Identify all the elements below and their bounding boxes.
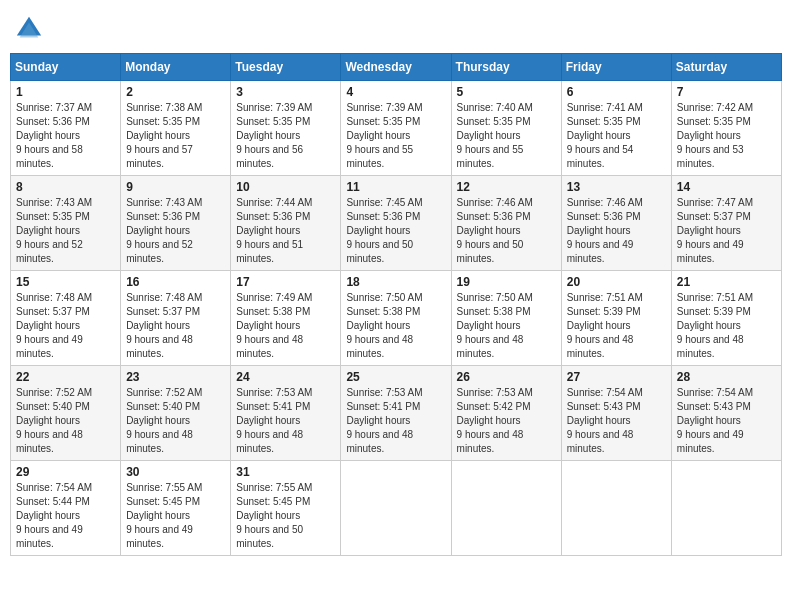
day-info: Sunrise: 7:54 AMSunset: 5:43 PMDaylight …	[677, 386, 776, 456]
calendar-cell: 23Sunrise: 7:52 AMSunset: 5:40 PMDayligh…	[121, 366, 231, 461]
calendar-cell: 19Sunrise: 7:50 AMSunset: 5:38 PMDayligh…	[451, 271, 561, 366]
calendar-table: SundayMondayTuesdayWednesdayThursdayFrid…	[10, 53, 782, 556]
day-info: Sunrise: 7:46 AMSunset: 5:36 PMDaylight …	[567, 196, 666, 266]
calendar-cell: 11Sunrise: 7:45 AMSunset: 5:36 PMDayligh…	[341, 176, 451, 271]
calendar-cell	[341, 461, 451, 556]
day-number: 6	[567, 85, 666, 99]
day-info: Sunrise: 7:55 AMSunset: 5:45 PMDaylight …	[126, 481, 225, 551]
day-number: 20	[567, 275, 666, 289]
day-info: Sunrise: 7:50 AMSunset: 5:38 PMDaylight …	[457, 291, 556, 361]
header-friday: Friday	[561, 54, 671, 81]
day-info: Sunrise: 7:43 AMSunset: 5:36 PMDaylight …	[126, 196, 225, 266]
calendar-cell: 3Sunrise: 7:39 AMSunset: 5:35 PMDaylight…	[231, 81, 341, 176]
day-info: Sunrise: 7:51 AMSunset: 5:39 PMDaylight …	[677, 291, 776, 361]
calendar-cell: 1Sunrise: 7:37 AMSunset: 5:36 PMDaylight…	[11, 81, 121, 176]
header-saturday: Saturday	[671, 54, 781, 81]
day-number: 12	[457, 180, 556, 194]
calendar-cell: 14Sunrise: 7:47 AMSunset: 5:37 PMDayligh…	[671, 176, 781, 271]
day-number: 18	[346, 275, 445, 289]
day-info: Sunrise: 7:42 AMSunset: 5:35 PMDaylight …	[677, 101, 776, 171]
day-info: Sunrise: 7:55 AMSunset: 5:45 PMDaylight …	[236, 481, 335, 551]
header-thursday: Thursday	[451, 54, 561, 81]
calendar-cell: 6Sunrise: 7:41 AMSunset: 5:35 PMDaylight…	[561, 81, 671, 176]
day-info: Sunrise: 7:39 AMSunset: 5:35 PMDaylight …	[346, 101, 445, 171]
calendar-cell: 24Sunrise: 7:53 AMSunset: 5:41 PMDayligh…	[231, 366, 341, 461]
calendar-cell: 31Sunrise: 7:55 AMSunset: 5:45 PMDayligh…	[231, 461, 341, 556]
day-number: 26	[457, 370, 556, 384]
calendar-cell: 29Sunrise: 7:54 AMSunset: 5:44 PMDayligh…	[11, 461, 121, 556]
day-info: Sunrise: 7:38 AMSunset: 5:35 PMDaylight …	[126, 101, 225, 171]
day-number: 25	[346, 370, 445, 384]
calendar-cell: 22Sunrise: 7:52 AMSunset: 5:40 PMDayligh…	[11, 366, 121, 461]
calendar-cell: 27Sunrise: 7:54 AMSunset: 5:43 PMDayligh…	[561, 366, 671, 461]
header-wednesday: Wednesday	[341, 54, 451, 81]
week-row-1: 1Sunrise: 7:37 AMSunset: 5:36 PMDaylight…	[11, 81, 782, 176]
calendar-cell: 16Sunrise: 7:48 AMSunset: 5:37 PMDayligh…	[121, 271, 231, 366]
day-info: Sunrise: 7:53 AMSunset: 5:42 PMDaylight …	[457, 386, 556, 456]
day-number: 5	[457, 85, 556, 99]
day-number: 21	[677, 275, 776, 289]
day-info: Sunrise: 7:51 AMSunset: 5:39 PMDaylight …	[567, 291, 666, 361]
day-number: 4	[346, 85, 445, 99]
week-row-5: 29Sunrise: 7:54 AMSunset: 5:44 PMDayligh…	[11, 461, 782, 556]
calendar-cell: 4Sunrise: 7:39 AMSunset: 5:35 PMDaylight…	[341, 81, 451, 176]
calendar-cell	[561, 461, 671, 556]
day-info: Sunrise: 7:54 AMSunset: 5:44 PMDaylight …	[16, 481, 115, 551]
day-info: Sunrise: 7:44 AMSunset: 5:36 PMDaylight …	[236, 196, 335, 266]
calendar-cell: 30Sunrise: 7:55 AMSunset: 5:45 PMDayligh…	[121, 461, 231, 556]
day-info: Sunrise: 7:53 AMSunset: 5:41 PMDaylight …	[236, 386, 335, 456]
calendar-cell: 5Sunrise: 7:40 AMSunset: 5:35 PMDaylight…	[451, 81, 561, 176]
day-info: Sunrise: 7:48 AMSunset: 5:37 PMDaylight …	[16, 291, 115, 361]
day-number: 10	[236, 180, 335, 194]
calendar-cell: 21Sunrise: 7:51 AMSunset: 5:39 PMDayligh…	[671, 271, 781, 366]
logo-icon	[15, 15, 43, 43]
calendar-cell: 9Sunrise: 7:43 AMSunset: 5:36 PMDaylight…	[121, 176, 231, 271]
day-number: 28	[677, 370, 776, 384]
day-number: 23	[126, 370, 225, 384]
page-header	[10, 10, 782, 43]
day-number: 7	[677, 85, 776, 99]
day-info: Sunrise: 7:40 AMSunset: 5:35 PMDaylight …	[457, 101, 556, 171]
day-info: Sunrise: 7:50 AMSunset: 5:38 PMDaylight …	[346, 291, 445, 361]
day-info: Sunrise: 7:37 AMSunset: 5:36 PMDaylight …	[16, 101, 115, 171]
calendar-cell	[671, 461, 781, 556]
day-number: 11	[346, 180, 445, 194]
day-number: 16	[126, 275, 225, 289]
logo	[15, 15, 47, 43]
calendar-cell: 2Sunrise: 7:38 AMSunset: 5:35 PMDaylight…	[121, 81, 231, 176]
day-info: Sunrise: 7:54 AMSunset: 5:43 PMDaylight …	[567, 386, 666, 456]
day-number: 27	[567, 370, 666, 384]
calendar-cell: 8Sunrise: 7:43 AMSunset: 5:35 PMDaylight…	[11, 176, 121, 271]
calendar-cell: 26Sunrise: 7:53 AMSunset: 5:42 PMDayligh…	[451, 366, 561, 461]
day-number: 31	[236, 465, 335, 479]
day-number: 13	[567, 180, 666, 194]
day-info: Sunrise: 7:53 AMSunset: 5:41 PMDaylight …	[346, 386, 445, 456]
day-number: 8	[16, 180, 115, 194]
day-number: 14	[677, 180, 776, 194]
day-info: Sunrise: 7:45 AMSunset: 5:36 PMDaylight …	[346, 196, 445, 266]
calendar-cell: 18Sunrise: 7:50 AMSunset: 5:38 PMDayligh…	[341, 271, 451, 366]
calendar-cell: 13Sunrise: 7:46 AMSunset: 5:36 PMDayligh…	[561, 176, 671, 271]
day-number: 17	[236, 275, 335, 289]
header-tuesday: Tuesday	[231, 54, 341, 81]
day-number: 9	[126, 180, 225, 194]
day-number: 15	[16, 275, 115, 289]
calendar-header-row: SundayMondayTuesdayWednesdayThursdayFrid…	[11, 54, 782, 81]
calendar-cell: 12Sunrise: 7:46 AMSunset: 5:36 PMDayligh…	[451, 176, 561, 271]
day-info: Sunrise: 7:48 AMSunset: 5:37 PMDaylight …	[126, 291, 225, 361]
calendar-cell: 7Sunrise: 7:42 AMSunset: 5:35 PMDaylight…	[671, 81, 781, 176]
calendar-cell: 10Sunrise: 7:44 AMSunset: 5:36 PMDayligh…	[231, 176, 341, 271]
day-number: 1	[16, 85, 115, 99]
calendar-cell	[451, 461, 561, 556]
day-number: 29	[16, 465, 115, 479]
week-row-3: 15Sunrise: 7:48 AMSunset: 5:37 PMDayligh…	[11, 271, 782, 366]
day-number: 22	[16, 370, 115, 384]
day-number: 19	[457, 275, 556, 289]
day-info: Sunrise: 7:47 AMSunset: 5:37 PMDaylight …	[677, 196, 776, 266]
calendar-cell: 25Sunrise: 7:53 AMSunset: 5:41 PMDayligh…	[341, 366, 451, 461]
week-row-4: 22Sunrise: 7:52 AMSunset: 5:40 PMDayligh…	[11, 366, 782, 461]
header-sunday: Sunday	[11, 54, 121, 81]
day-info: Sunrise: 7:43 AMSunset: 5:35 PMDaylight …	[16, 196, 115, 266]
day-info: Sunrise: 7:39 AMSunset: 5:35 PMDaylight …	[236, 101, 335, 171]
day-info: Sunrise: 7:49 AMSunset: 5:38 PMDaylight …	[236, 291, 335, 361]
